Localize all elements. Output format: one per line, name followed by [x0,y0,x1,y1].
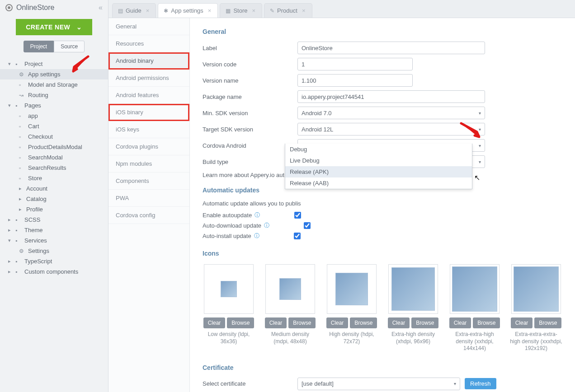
version-name-label: Version name [203,77,297,84]
tree-page-catalog[interactable]: ▸Catalog [0,194,108,204]
auto-install-checkbox[interactable] [294,233,301,239]
option-live-debug[interactable]: Live Debug [285,155,472,166]
caret-down-icon: ▾ [8,238,13,243]
icon-preview[interactable] [204,264,254,314]
tree-page-app[interactable]: ▫app [0,111,108,121]
help-icon[interactable]: ⓘ [255,211,260,219]
icon-preview[interactable] [265,264,315,314]
create-new-label: CREATE NEW [26,23,70,31]
toggle-project[interactable]: Project [24,41,54,52]
tree-typescript[interactable]: ▸▪TypeScript [0,256,108,266]
tab-product[interactable]: ✎Product× [264,3,312,18]
nav-cordova-config[interactable]: Cordova config [108,207,189,224]
option-debug[interactable]: Debug [285,144,472,155]
nav-general[interactable]: General [108,18,189,35]
tree-services-settings[interactable]: ⚙Settings [0,246,108,256]
target-sdk-select[interactable]: Android 12L▾ [297,123,485,135]
tree-custom-components[interactable]: ▸▪Custom components [0,266,108,277]
close-icon[interactable]: × [146,7,150,14]
tree-page-checkout[interactable]: ▫Checkout [0,131,108,142]
close-icon[interactable]: × [252,7,256,14]
clear-button[interactable]: Clear [511,317,533,328]
nav-ios-binary[interactable]: iOS binary [108,104,189,121]
clear-button[interactable]: Clear [203,317,226,328]
browse-button[interactable]: Browse [534,317,561,328]
chevron-down-icon: ⌄ [76,23,82,31]
tab-app-settings[interactable]: ✱App settings× [158,3,218,18]
caret-right-icon: ▸ [19,206,24,212]
icon-cell-xxhdpi: ClearBrowse Extra-extra-high density (xx… [448,264,501,352]
auto-download-checkbox[interactable] [304,222,311,229]
browse-button[interactable]: Browse [473,317,500,328]
tab-store[interactable]: ▦Store× [220,3,262,18]
tree-theme[interactable]: ▸▪Theme [0,225,108,235]
icon-caption: Extra-high density (xhdpi, 96x96) [387,331,439,345]
tree-page-store[interactable]: ▫Store [0,173,108,183]
caret-right-icon: ▸ [19,196,24,202]
version-code-input[interactable] [297,58,413,70]
clear-button[interactable]: Clear [388,317,410,328]
tab-guide[interactable]: ▤Guide× [112,3,156,18]
tree-page-searchmodal[interactable]: ▫SearchModal [0,152,108,163]
heading-certificate: Certificate [203,364,562,371]
icon-preview[interactable] [388,264,438,314]
icon-preview[interactable] [511,264,561,314]
label-input[interactable] [297,42,485,54]
help-icon[interactable]: ⓘ [264,222,269,229]
app-logo-icon [5,4,13,11]
close-icon[interactable]: × [302,7,306,14]
refresh-button[interactable]: Refresh [465,378,496,389]
nav-android-features[interactable]: Android features [108,87,189,104]
page-icon: ▫ [19,154,25,161]
option-release-aab[interactable]: Release (AAB) [285,177,472,189]
browse-button[interactable]: Browse [411,317,438,328]
select-certificate[interactable]: [use default]▾ [297,378,460,390]
version-name-input[interactable] [297,74,413,87]
nav-npm-modules[interactable]: Npm modules [108,155,189,173]
browse-button[interactable]: Browse [227,317,254,328]
close-icon[interactable]: × [208,7,212,14]
caret-right-icon: ▸ [8,269,13,275]
clear-button[interactable]: Clear [326,317,349,328]
browse-button[interactable]: Browse [350,317,377,328]
tree-project[interactable]: ▾ ▪ Project [0,59,108,69]
tree-services[interactable]: ▾▪Services [0,235,108,246]
collapse-sidebar-icon[interactable]: « [99,4,103,12]
tree-page-cart[interactable]: ▫Cart [0,121,108,131]
nav-resources[interactable]: Resources [108,35,189,52]
clear-button[interactable]: Clear [449,317,471,328]
tree-routing[interactable]: ↝ Routing [0,90,108,100]
help-icon[interactable]: ⓘ [254,232,259,240]
enable-autoupdate-checkbox[interactable] [294,212,301,219]
tree-page-account[interactable]: ▸Account [0,183,108,194]
nav-ios-keys[interactable]: iOS keys [108,121,189,138]
tree-page-productdetailsmodal[interactable]: ▫ProductDetailsModal [0,142,108,152]
package-name-input[interactable] [297,90,485,103]
tree-app-settings[interactable]: ⚙ App settings [0,69,108,79]
folder-icon: ▪ [15,227,22,233]
project-source-toggle: Project Source [0,41,108,57]
tree-page-profile[interactable]: ▸Profile [0,204,108,215]
tree-page-searchresults[interactable]: ▫SearchResults [0,163,108,173]
nav-cordova-plugins[interactable]: Cordova plugins [108,138,189,155]
clear-button[interactable]: Clear [265,317,287,328]
icon-preview[interactable] [450,264,500,314]
edit-icon: ✎ [270,8,274,14]
icon-preview[interactable] [327,264,377,314]
nav-android-permissions[interactable]: Android permissions [108,70,189,87]
toggle-source[interactable]: Source [54,41,85,52]
nav-android-binary[interactable]: Android binary [108,52,189,70]
nav-components[interactable]: Components [108,173,189,190]
option-release-apk[interactable]: Release (APK) [285,166,472,177]
model-icon: ▫ [19,82,25,88]
page-icon: ▫ [19,113,25,119]
nav-pwa[interactable]: PWA [108,190,189,207]
tree-scss[interactable]: ▸▪SCSS [0,215,108,225]
icon-cell-xxxhdpi: ClearBrowse Extra-extra-extra-high densi… [510,264,562,352]
icons-grid: ClearBrowse Low density (ldpi, 36x36) Cl… [203,264,562,352]
tree-model-storage[interactable]: ▫ Model and Storage [0,79,108,90]
min-sdk-select[interactable]: Android 7.0▾ [297,107,485,119]
create-new-button[interactable]: CREATE NEW ⌄ [16,19,92,35]
tree-pages[interactable]: ▾ ▪ Pages [0,100,108,111]
browse-button[interactable]: Browse [288,317,316,328]
